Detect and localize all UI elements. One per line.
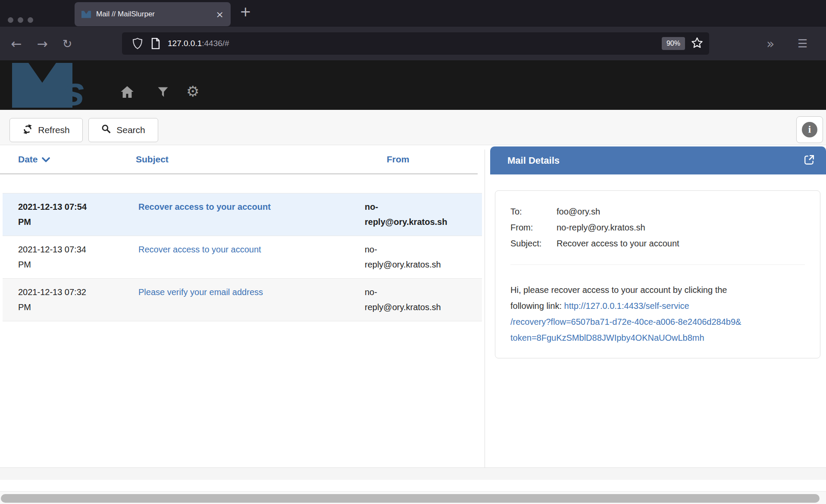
window-dot[interactable]	[8, 17, 13, 23]
window-dot[interactable]	[18, 17, 23, 23]
from-value: no-reply@ory.kratos.sh	[557, 220, 645, 236]
subject-value: Recover access to your account	[557, 236, 679, 252]
subject-label: Subject:	[510, 236, 557, 252]
from-label: From:	[510, 220, 557, 236]
from-header-label: From	[387, 154, 410, 164]
mail-list-pane: Date Subject From 2021-12-13 07:54 PM Re…	[0, 145, 482, 468]
url-text: 127.0.0.1:4436/#	[168, 39, 662, 48]
mail-from: no-reply@ory.kratos.sh	[365, 285, 453, 315]
mail-subject-link[interactable]: Recover access to your account	[138, 245, 261, 254]
address-bar[interactable]: 127.0.0.1:4436/# 90%	[122, 32, 709, 55]
home-icon[interactable]	[121, 86, 134, 98]
field-subject: Subject: Recover access to your account	[510, 236, 805, 252]
mailslurper-favicon	[81, 11, 91, 18]
horizontal-scrollbar-track[interactable]	[0, 491, 826, 504]
back-icon[interactable]: ←	[6, 27, 27, 60]
to-value: foo@ory.sh	[557, 204, 600, 220]
shield-icon[interactable]	[132, 37, 143, 50]
body-text: Hi, please recover access to your accoun…	[510, 285, 727, 295]
field-from: From: no-reply@ory.kratos.sh	[510, 220, 805, 236]
recovery-link-line: http://127.0.0.1:4433/self-service	[564, 301, 689, 311]
sort-descending-chevron-icon	[42, 154, 50, 165]
logo-letter-s: s	[63, 69, 85, 108]
url-path: :4436/#	[202, 39, 229, 48]
new-tab-button[interactable]: +	[240, 3, 251, 20]
zoom-level-badge[interactable]: 90%	[662, 37, 685, 50]
column-header-subject[interactable]: Subject	[136, 154, 362, 165]
refresh-button[interactable]: Refresh	[9, 118, 83, 142]
tab-title: Mail // MailSlurper	[96, 10, 213, 19]
url-host: 127.0.0.1	[168, 39, 202, 48]
screen: Mail // MailSlurper × + ← → ↻ 127.0.0.1:…	[0, 0, 826, 504]
scrollbar-gutter	[0, 480, 826, 491]
main-content: Date Subject From 2021-12-13 07:54 PM Re…	[0, 145, 826, 468]
mail-row[interactable]: 2021-12-13 07:54 PM Recover access to yo…	[3, 193, 482, 236]
mail-details-header: Mail Details	[490, 146, 826, 174]
mail-list-header-row: Date Subject From	[0, 145, 478, 174]
page-info-icon[interactable]	[151, 38, 160, 49]
settings-gear-icon[interactable]: ⚙	[186, 83, 199, 100]
column-header-from[interactable]: From	[362, 154, 478, 165]
mail-details-title: Mail Details	[507, 155, 804, 166]
info-icon: i	[802, 122, 817, 137]
mailslurper-logo: s	[12, 63, 103, 109]
mail-details-card: To: foo@ory.sh From: no-reply@ory.kratos…	[495, 190, 820, 358]
reload-icon[interactable]: ↻	[57, 27, 78, 60]
search-button-label: Search	[116, 125, 145, 135]
forward-icon[interactable]: →	[32, 27, 53, 60]
refresh-button-label: Refresh	[38, 125, 70, 135]
recovery-link-line: token=8FguKzSMblD88JWIpby4OKNaUOwLb8mh	[510, 330, 812, 346]
browser-tab[interactable]: Mail // MailSlurper ×	[75, 2, 231, 26]
date-header-label: Date	[18, 154, 38, 165]
bookmark-star-icon[interactable]	[691, 37, 703, 50]
hamburger-menu-icon[interactable]: ☰	[798, 27, 807, 60]
column-header-date[interactable]: Date	[0, 154, 136, 165]
action-bar: Refresh Search i	[0, 110, 826, 145]
browser-tab-bar: Mail // MailSlurper × +	[0, 0, 826, 27]
to-label: To:	[510, 204, 557, 220]
mail-subject-link[interactable]: Please verify your email address	[138, 287, 263, 297]
open-external-icon[interactable]	[804, 154, 815, 167]
info-button[interactable]: i	[796, 116, 823, 143]
mail-date: 2021-12-13 07:54 PM	[18, 199, 98, 230]
window-dot[interactable]	[28, 17, 33, 23]
horizontal-scrollbar-thumb[interactable]	[1, 494, 820, 503]
recovery-link-line: /recovery?flow=6507ba71-d72e-40ce-a006-8…	[510, 314, 812, 330]
page-background-strip	[0, 468, 826, 480]
search-button[interactable]: Search	[88, 118, 158, 142]
tab-close-icon[interactable]: ×	[216, 9, 224, 20]
mail-row[interactable]: 2021-12-13 07:34 PM Recover access to yo…	[3, 236, 482, 279]
mail-from: no-reply@ory.kratos.sh	[365, 242, 453, 272]
mail-date: 2021-12-13 07:34 PM	[18, 242, 98, 272]
search-icon	[101, 124, 111, 136]
overflow-menu-icon[interactable]: »	[767, 27, 774, 60]
browser-toolbar: ← → ↻ 127.0.0.1:4436/# 90% » ☰	[0, 27, 826, 60]
mail-details-pane: Mail Details To: foo@ory.sh From: no-re	[490, 146, 826, 468]
mail-subject-link[interactable]: Recover access to your account	[138, 202, 271, 212]
mail-date: 2021-12-13 07:32 PM	[18, 285, 98, 315]
window-controls[interactable]	[8, 17, 33, 23]
mail-rows: 2021-12-13 07:54 PM Recover access to yo…	[3, 193, 482, 321]
body-text: following link:	[510, 301, 564, 311]
mail-from: no-reply@ory.kratos.sh	[365, 199, 453, 230]
field-to: To: foo@ory.sh	[510, 204, 805, 220]
mail-row[interactable]: 2021-12-13 07:32 PM Please verify your e…	[3, 279, 482, 321]
pane-divider	[485, 149, 485, 484]
refresh-icon	[22, 124, 33, 137]
app-header: s ⚙	[0, 60, 826, 110]
subject-header-label: Subject	[136, 154, 169, 164]
mail-body: Hi, please recover access to your accoun…	[510, 282, 812, 346]
filter-icon[interactable]	[158, 87, 168, 97]
details-divider	[510, 264, 805, 265]
